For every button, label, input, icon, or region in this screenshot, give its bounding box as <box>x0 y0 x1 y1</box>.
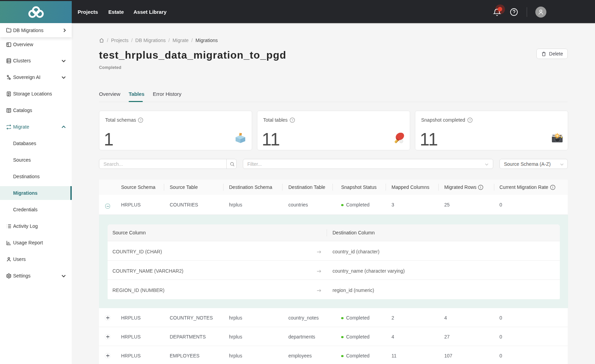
svg-text:i: i <box>552 185 553 189</box>
svg-text:?: ? <box>291 118 293 122</box>
svg-text:?: ? <box>469 118 471 122</box>
svg-text:i: i <box>480 185 481 189</box>
svg-text:?: ? <box>140 118 141 122</box>
